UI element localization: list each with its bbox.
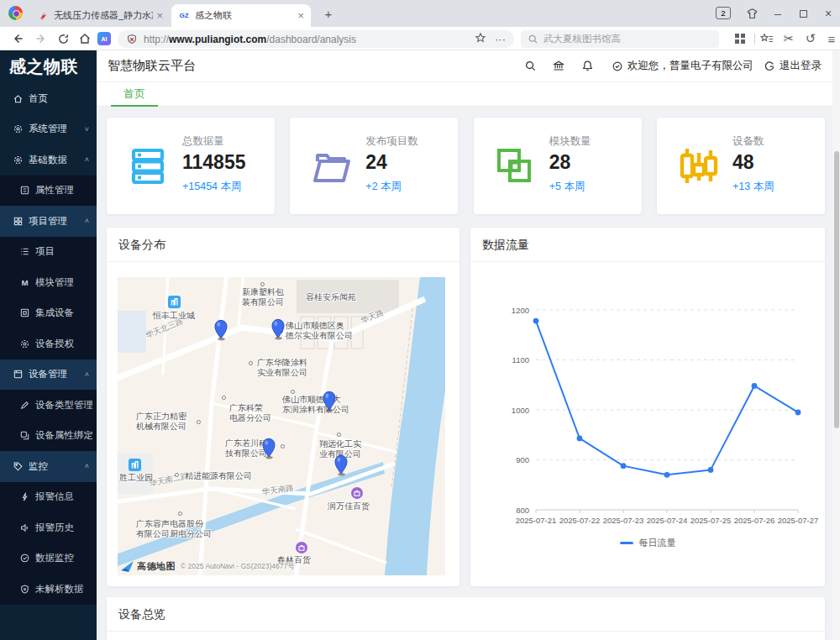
app-logo[interactable]: 感之物联 [0,50,97,83]
page-title: 智慧物联云平台 [108,58,196,74]
map-poi-label: 润万佳百货 [328,501,370,511]
scrollbar-thumb[interactable] [834,151,839,428]
svg-text:2025-07-24: 2025-07-24 [647,516,688,525]
close-icon[interactable]: × [297,9,304,22]
apps-grid-icon[interactable] [732,31,748,46]
sidebar-item-device-mgmt[interactable]: 设备管理˄ [0,359,97,391]
sidebar-item-unparsed-data[interactable]: 未解析数据 [0,574,97,605]
map-building-icon [168,296,181,308]
shield-x-icon[interactable] [126,34,138,45]
sidebar-item-module-mgmt[interactable]: M模块管理 [0,267,97,298]
screen: 无线压力传感器_静力水准仪 × GZ 感之物联 × + 2 – × AI [0,0,840,640]
map-poi-dot [337,433,341,437]
device-icon [13,369,24,380]
favorites-list-icon[interactable] [759,31,774,46]
browser-toolbar: AI http://www.puliangiot.com/dashboard/a… [0,27,840,50]
page-tabbar: 首页 [97,82,840,107]
sidebar-item-device-attr-bind[interactable]: 设备属性绑定 [0,421,97,452]
bookmark-star-icon[interactable] [475,32,486,46]
stat-label: 发布项目数 [365,134,418,149]
bank-icon[interactable] [544,60,573,72]
gear-icon [13,123,24,134]
svg-text:2025-07-22: 2025-07-22 [559,516,601,525]
map-pin[interactable] [270,317,286,340]
sidebar-item-project-mgmt[interactable]: 项目管理˄ [0,206,97,237]
sidebar-item-data-monitor[interactable]: 数据监控 [0,543,97,574]
app-header: 智慧物联云平台 欢迎您，普量电子有限公司 退出登录 [97,50,840,82]
home-icon[interactable] [77,31,92,46]
new-tab-button[interactable]: + [319,6,338,24]
sidebar-item-device-auth[interactable]: 设备授权 [0,328,97,359]
sidebar-item-base-data[interactable]: 基础数据˄ [0,144,97,176]
map-poi-label: 精进能源有限公司 [185,471,252,481]
maximize-button[interactable] [791,0,815,27]
sidebar-item-integrated-device[interactable]: 集成设备 [0,298,97,329]
map-poi-label: 佛山市顺德区大 东润涂料有限公司 [282,395,349,415]
stat-delta: +15454 本周 [182,180,242,194]
stat-card-total-data: 总数据量114855+15454 本周 [107,118,275,214]
map-poi-label: 广东科荣 电器分公司 [229,403,271,423]
browser-tab-2[interactable]: GZ 感之物联 × [171,4,311,27]
svg-text:900: 900 [516,455,529,464]
more-options-icon[interactable]: ··· [495,33,506,45]
svg-text:800: 800 [516,506,529,515]
welcome-user[interactable]: 欢迎您，普量电子有限公司 [612,59,753,73]
browser-tab-1[interactable]: 无线压力传感器_静力水准仪 × [30,4,170,27]
menu-icon[interactable]: ≡ [824,31,839,46]
back-icon[interactable] [10,31,25,46]
window-close-button[interactable]: × [816,0,840,27]
forward-icon[interactable] [34,31,49,46]
pen-icon [19,400,30,411]
minimize-button[interactable]: – [766,0,790,27]
tab-home[interactable]: 首页 [111,82,158,107]
map-pin[interactable] [333,454,349,476]
close-icon[interactable]: × [156,9,163,22]
sidebar-item-alarm-history[interactable]: 报警历史 [0,512,97,543]
browser-logo-icon[interactable] [8,6,23,20]
folder-icon [311,146,351,186]
map-pin[interactable] [213,318,228,341]
quick-search-bar[interactable]: 武大夏核图书馆高 [521,30,719,48]
gz-favicon: GZ [178,10,190,22]
reload-icon[interactable] [55,31,71,46]
stat-label: 设备数 [732,134,764,149]
svg-text:2025-07-23: 2025-07-23 [603,516,644,525]
map-poi-label: 佛山市顺德区奥 德尔实业有限公司 [286,321,353,341]
stat-value: 24 [365,151,387,174]
bell-icon[interactable] [573,60,601,72]
sidebar-item-attr-mgmt[interactable]: 属性管理 [0,176,97,207]
svg-text:1100: 1100 [512,355,529,365]
logout-button[interactable]: 退出登录 [764,59,822,73]
sidebar-item-home[interactable]: 首页 [0,83,97,114]
map-poi-label: 恒丰工业城 [153,311,195,321]
speaker-icon [19,522,30,533]
sidebar-item-monitor[interactable]: 监控˄ [0,451,97,482]
device-distribution-panel: 设备分布 [107,228,459,586]
tab-count-badge[interactable]: 2 [716,7,731,19]
chart-legend[interactable]: 每日流量 [470,537,825,549]
page-scrollbar[interactable] [832,50,840,640]
ai-assistant-icon[interactable]: AI [97,32,111,45]
map-poi-dot [249,361,253,365]
panel-title: 设备分布 [107,228,459,262]
scissors-icon[interactable]: ✂ [781,31,796,46]
sidebar-item-project[interactable]: 项目 [0,237,97,268]
sidebar-item-system-mgmt[interactable]: 系统管理˅ [0,114,97,145]
device-map[interactable]: 华天北三路华天路华天南路华天南二路新康塑料包 装有限公司容桂安乐闻苑恒丰工业城佛… [118,277,445,575]
map-pin[interactable] [261,437,276,459]
sidebar-item-device-type-mgmt[interactable]: 设备类型管理 [0,390,97,421]
map-attribution: © 2025 AutoNavi - GS(2023)4677号 [181,562,295,572]
data-flow-panel: 数据流量 8009001000110012002025-07-212025-07… [470,228,825,586]
home-icon [13,93,24,104]
url-host: www.puliangiot.com [169,34,266,45]
undo-icon[interactable]: ↺ [803,31,818,46]
chevron-up-icon: ˄ [85,217,89,225]
search-icon[interactable] [516,60,544,72]
svg-text:M: M [21,278,28,287]
address-bar[interactable]: http://www.puliangiot.com/dashboard/anal… [118,30,514,48]
theme-shirt-icon[interactable] [743,0,761,27]
map-pin[interactable] [322,390,337,412]
sidebar-item-alarm-info[interactable]: 报警信息 [0,482,97,513]
map-poi-dot [291,390,295,394]
legend-label: 每日流量 [639,537,676,549]
